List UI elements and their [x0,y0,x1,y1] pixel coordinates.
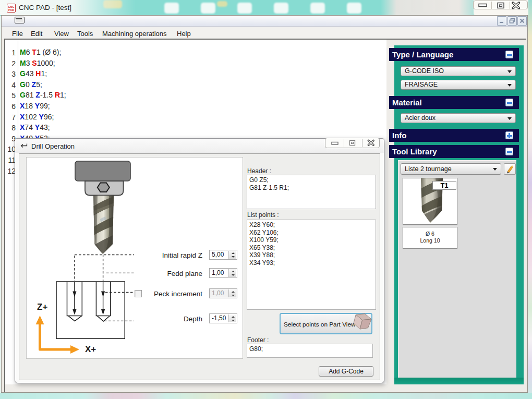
svg-text:X+: X+ [85,344,96,354]
svg-text:Z+: Z+ [37,302,47,312]
